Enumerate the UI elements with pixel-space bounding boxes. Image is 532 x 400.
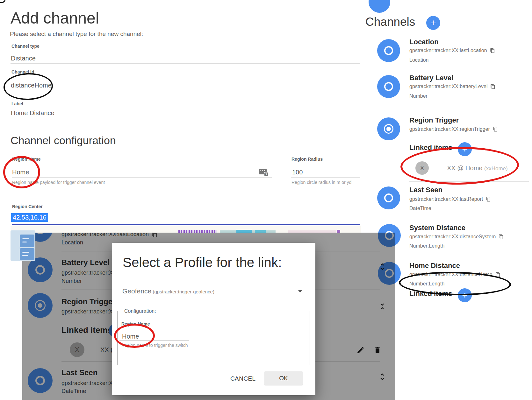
channel-name: Location xyxy=(409,38,439,46)
add-channel-screen: Add channel Please select a channel type… xyxy=(0,0,532,400)
copy-icon[interactable] xyxy=(490,48,495,53)
copy-icon[interactable] xyxy=(493,126,498,132)
linked-items-heading-2: Linked items xyxy=(409,290,452,298)
channel-item-type: Location xyxy=(409,57,429,63)
radio-icon xyxy=(384,193,393,202)
channel-region-trigger-icon xyxy=(377,117,400,140)
divider xyxy=(409,69,529,69)
channel-type-label: Channel type xyxy=(11,44,40,49)
channel-id-underline xyxy=(11,92,360,92)
channel-uri-row: gpstracker:tracker:XX:regionTrigger xyxy=(409,126,498,132)
configuration-fieldset: Configuration: Region Name Home Region n… xyxy=(117,311,310,365)
copy-icon[interactable] xyxy=(490,84,495,89)
region-radius-underline xyxy=(291,177,360,178)
label-label: Label xyxy=(11,101,23,106)
select-profile-modal: Select a Profile for the link: Geofence … xyxy=(112,243,315,395)
page-title: Add channel xyxy=(11,9,99,27)
linked-item-id: (xxHome) xyxy=(484,165,508,172)
map-zoom-out-button[interactable] xyxy=(20,248,34,260)
modal-region-name-hint: Region name to trigger the switch xyxy=(121,343,188,348)
suggestions-icon[interactable]: 3 xyxy=(259,169,267,174)
linked-items-heading: Linked items xyxy=(409,144,452,152)
channel-battery-icon xyxy=(377,75,400,98)
channel-uri-row: gpstracker:tracker:XX:distanceSystem xyxy=(409,234,504,240)
channel-type-field[interactable]: Distance xyxy=(11,55,36,62)
region-radius-hint: Region circle radius in m or yd xyxy=(291,180,351,185)
channel-name: Home Distance xyxy=(409,262,460,270)
channel-item-type: Number xyxy=(409,93,428,99)
region-radius-label: Region Radius xyxy=(291,157,323,162)
region-name-underline xyxy=(12,177,272,178)
region-radius-field[interactable]: 100 xyxy=(292,169,303,176)
channel-name: Region Trigger xyxy=(409,116,459,124)
copy-icon[interactable] xyxy=(499,234,504,240)
channel-name: Last Seen xyxy=(409,186,442,194)
label-field[interactable]: Home Distance xyxy=(11,109,54,117)
page-subtitle: Please select a channel type for the new… xyxy=(10,31,143,38)
channel-uri-row: gpstracker:tracker:XX:lastLocation xyxy=(409,48,495,53)
region-center-selected-text: 42.53,16.16 xyxy=(11,213,48,222)
region-center-focus-underline xyxy=(12,224,360,225)
annotation-fragment-top-left xyxy=(0,0,6,3)
cancel-button[interactable]: CANCEL xyxy=(230,375,255,382)
divider xyxy=(409,218,529,218)
channel-name: Battery Level xyxy=(409,74,453,82)
channel-location-icon xyxy=(377,39,400,62)
copy-icon[interactable] xyxy=(495,272,500,277)
channel-configuration-title: Channel configuration xyxy=(11,134,116,147)
linked-item-avatar: X xyxy=(415,161,429,175)
suggestions-count-badge: 3 xyxy=(264,172,268,176)
region-name-field[interactable]: Home xyxy=(12,169,29,176)
configuration-legend: Configuration: xyxy=(123,308,158,314)
channel-last-seen-icon xyxy=(377,186,400,209)
channel-uri-row: gpstracker:tracker:XX:batteryLevel xyxy=(409,84,495,89)
channel-uri-row: gpstracker:tracker:XX:distanceHome xyxy=(409,272,500,277)
channels-panel-title: Channels xyxy=(365,15,415,29)
linked-item-name[interactable]: XX @ Home (xxHome) xyxy=(447,165,508,172)
modal-region-name-field[interactable]: Home xyxy=(122,333,139,340)
region-center-label: Region Center xyxy=(12,204,43,209)
channel-item-type: Number:Length xyxy=(409,243,444,249)
channel-id-field[interactable]: distanceHome xyxy=(11,82,52,89)
profile-select[interactable]: Geofence (gpstracker:trigger-geofence) xyxy=(122,287,214,295)
dropdown-caret-icon xyxy=(298,290,302,292)
modal-region-name-underline xyxy=(119,340,189,341)
modal-region-name-label: Region Name xyxy=(121,321,150,326)
ok-button[interactable]: OK xyxy=(264,371,303,385)
channel-type-underline xyxy=(11,63,360,64)
add-channel-button[interactable]: + xyxy=(426,16,440,30)
radio-icon xyxy=(384,82,393,91)
channel-id-label: Channel Id xyxy=(11,69,34,74)
region-center-field[interactable]: 42.53,16.16 xyxy=(11,213,48,222)
map-zoom-in-button[interactable] xyxy=(20,235,34,247)
add-linked-item-button[interactable]: + xyxy=(458,142,472,156)
profile-select-underline xyxy=(122,298,306,298)
divider xyxy=(409,105,529,105)
region-name-hint: Region name payload for trigger channel … xyxy=(12,180,105,185)
radio-checked-icon xyxy=(384,124,393,134)
channel-uri-row: gpstracker:tracker:XX:lastReport xyxy=(409,196,491,202)
radio-icon xyxy=(384,46,393,55)
divider xyxy=(409,181,529,182)
region-name-label: Region Name xyxy=(12,157,40,162)
channel-name: System Distance xyxy=(409,224,465,232)
copy-icon[interactable] xyxy=(486,196,491,202)
channel-item-type: DateTime xyxy=(409,206,431,211)
scroll-fab-fragment[interactable] xyxy=(369,0,390,13)
divider xyxy=(409,255,529,255)
label-underline xyxy=(11,120,360,120)
add-linked-item-button-2[interactable]: + xyxy=(458,288,472,302)
channel-item-type: Number:Length xyxy=(409,281,444,287)
profile-qualifier: (gpstracker:trigger-geofence) xyxy=(153,289,214,294)
modal-title: Select a Profile for the link: xyxy=(123,255,282,270)
